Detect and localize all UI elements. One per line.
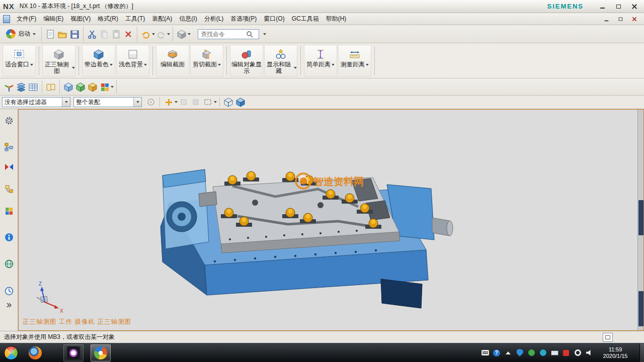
graphics-viewport[interactable]: 智造资料网 Z X: [19, 110, 643, 330]
roles-button[interactable]: [3, 115, 15, 126]
fit-window-button[interactable]: 适合窗口: [3, 45, 36, 77]
shaded-with-edges-button[interactable]: 带边着色: [82, 45, 115, 77]
minimize-button[interactable]: [598, 3, 607, 11]
assembly-cube-button[interactable]: [74, 80, 87, 94]
menu-tools[interactable]: 工具(T): [122, 13, 148, 25]
dropdown-arrow-icon[interactable]: [144, 64, 147, 66]
restore-button[interactable]: [614, 3, 623, 11]
paste-button[interactable]: [110, 28, 122, 41]
start-menu-button[interactable]: 启动: [3, 28, 39, 40]
solid-cube-button[interactable]: [234, 96, 247, 109]
menu-format[interactable]: 格式(R): [94, 13, 122, 25]
graphics-window[interactable]: 智造资料网 Z X 正三轴测图 工作 摄像机 正三轴测图: [18, 109, 644, 331]
alert-tray-icon[interactable]: [562, 349, 570, 357]
menu-help[interactable]: 帮助(H): [323, 13, 350, 25]
measure-distance-button[interactable]: 测量距离: [338, 45, 371, 77]
edit-section-button[interactable]: 编辑截面: [156, 45, 189, 77]
expression-table-button[interactable]: [27, 80, 39, 94]
ime-indicator-icon[interactable]: [481, 349, 489, 357]
dropdown-arrow-icon[interactable]: [72, 67, 75, 69]
fan-tray-icon[interactable]: [574, 349, 582, 357]
part-navigator-button[interactable]: [3, 184, 15, 195]
menu-view[interactable]: 视图(V): [67, 13, 94, 25]
rectangle-select-button[interactable]: [202, 96, 214, 109]
volume-icon[interactable]: [585, 349, 593, 357]
menu-information[interactable]: 信息(I): [176, 13, 200, 25]
dropdown-arrow-icon[interactable]: [332, 64, 335, 66]
wireframe-cube-button[interactable]: [222, 96, 234, 109]
dropdown-arrow-icon[interactable]: [294, 67, 297, 69]
undo-button[interactable]: [140, 28, 152, 41]
taskbar-nx-button[interactable]: [91, 344, 111, 361]
child-close-button[interactable]: [630, 16, 638, 23]
dropdown-arrow-icon[interactable]: [110, 64, 113, 66]
dropdown-arrow-icon[interactable]: [218, 64, 221, 66]
save-button[interactable]: [68, 28, 80, 41]
snap-midpoint-button[interactable]: [178, 96, 190, 109]
hd3d-tools-button[interactable]: [3, 232, 15, 243]
taskbar-firefox-button[interactable]: [25, 344, 45, 361]
cut-button[interactable]: [86, 28, 98, 41]
network-tray-icon[interactable]: [539, 349, 547, 357]
taskbar-browser-button[interactable]: [63, 344, 84, 361]
child-minimize-button[interactable]: [602, 16, 610, 23]
menu-edit[interactable]: 编辑(E): [40, 13, 67, 25]
antivirus-green-icon[interactable]: [527, 349, 535, 357]
move-component-button[interactable]: [99, 80, 111, 94]
redo-dropdown-arrow-icon[interactable]: [167, 33, 170, 35]
resource-bar-expand-button[interactable]: [3, 300, 15, 311]
web-browser-button[interactable]: [3, 258, 15, 269]
orientation-triad[interactable]: Z X: [37, 281, 63, 314]
menu-file[interactable]: 文件(F): [13, 13, 40, 25]
dropdown-arrow-icon[interactable]: [30, 64, 33, 66]
vertical-scrollbar[interactable]: [637, 110, 643, 330]
copy-button[interactable]: [98, 28, 110, 41]
menu-assemblies[interactable]: 装配(A): [148, 13, 176, 25]
simple-distance-button[interactable]: 简单距离: [304, 45, 337, 77]
selection-filter-select[interactable]: 没有选择过滤器: [2, 97, 70, 107]
view-tool-dropdown-arrow-icon[interactable]: [188, 33, 191, 35]
delete-button[interactable]: [122, 28, 134, 41]
search-dropdown-arrow-icon[interactable]: [263, 33, 266, 35]
reuse-library-button[interactable]: [45, 80, 57, 94]
menu-window[interactable]: 窗口(O): [260, 13, 288, 25]
filter-dropdown-button[interactable]: [62, 98, 70, 107]
edit-object-display-button[interactable]: 编辑对象显示: [230, 45, 263, 77]
menu-analysis[interactable]: 分析(L): [201, 13, 227, 25]
light-background-button[interactable]: 浅色背景: [116, 45, 149, 77]
clip-section-button[interactable]: 剪切截面: [190, 45, 223, 77]
scrollbar-thumb[interactable]: [638, 200, 643, 235]
show-product-outline-button[interactable]: [62, 80, 74, 94]
show-desktop-button[interactable]: [639, 343, 644, 362]
3d-model[interactable]: [160, 169, 453, 308]
menu-gc-toolbox[interactable]: GC工具箱: [288, 13, 323, 25]
taskbar-clock[interactable]: 11:59 2020/1/15: [597, 346, 634, 359]
view-tool-button[interactable]: [176, 28, 188, 41]
security-shield-icon[interactable]: [516, 349, 524, 357]
marquee-dropdown-arrow-icon[interactable]: [214, 101, 217, 103]
palette-dropdown-arrow-icon[interactable]: [111, 86, 114, 88]
status-grip-button[interactable]: [603, 333, 613, 342]
snap-point-button[interactable]: [145, 96, 157, 109]
history-button[interactable]: [3, 286, 15, 297]
menu-preferences[interactable]: 首选项(P): [227, 13, 260, 25]
assembly-navigator-button[interactable]: [3, 141, 15, 152]
component-cube-button[interactable]: [87, 80, 99, 94]
help-tray-icon[interactable]: [493, 349, 501, 357]
close-button[interactable]: [630, 3, 639, 11]
child-restore-button[interactable]: [616, 16, 624, 23]
scrollbar-thumb[interactable]: [638, 291, 643, 326]
show-and-hide-button[interactable]: 显示和隐藏: [264, 45, 297, 77]
keyboard-tray-icon[interactable]: [550, 349, 558, 357]
snap-endpoint-button[interactable]: [190, 96, 202, 109]
open-file-button[interactable]: [56, 28, 68, 41]
scope-dropdown-button[interactable]: [133, 98, 141, 107]
constraint-navigator-button[interactable]: [3, 161, 15, 172]
show-hidden-icons-button[interactable]: [504, 349, 512, 357]
reuse-library-nav-button[interactable]: [3, 206, 15, 217]
new-file-button[interactable]: [44, 28, 56, 41]
datum-csys-button[interactable]: [3, 80, 15, 94]
dropdown-arrow-icon[interactable]: [366, 64, 369, 66]
isometric-view-button[interactable]: 正三轴测图: [42, 45, 75, 77]
start-button[interactable]: [4, 346, 18, 360]
